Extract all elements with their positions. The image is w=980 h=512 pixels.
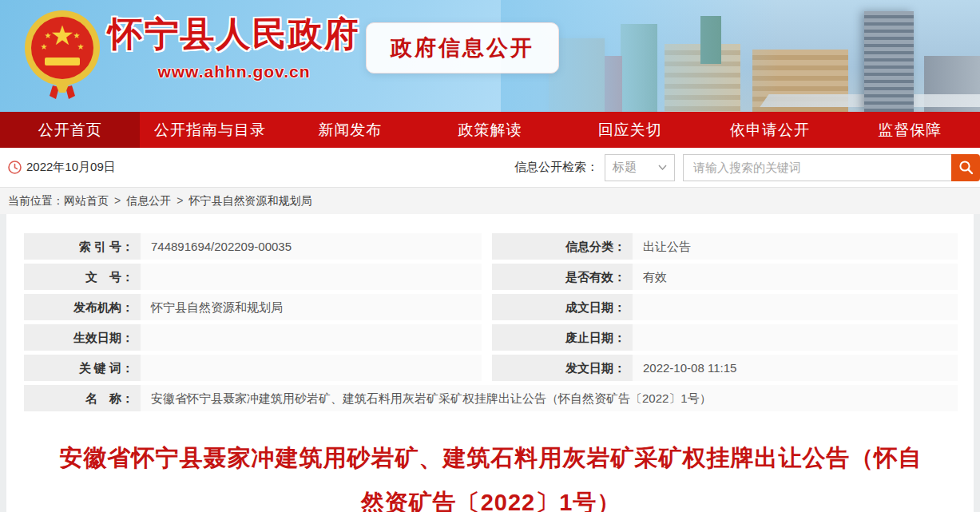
breadcrumb-prefix: 当前位置： <box>8 194 64 207</box>
chevron-down-icon <box>658 165 667 170</box>
meta-value-title: 安徽省怀宁县聂家冲建筑用砂岩矿、建筑石料用灰岩矿采矿权挂牌出让公告（怀自然资矿告… <box>141 385 958 411</box>
meta-label-title: 名 称： <box>24 385 141 411</box>
clock-icon <box>8 161 22 174</box>
breadcrumb: 当前位置：网站首页>信息公开>怀宁县自然资源和规划局 <box>0 188 980 214</box>
meta-label-info-category: 信息分类： <box>492 233 633 260</box>
meta-label-written-date: 成文日期： <box>492 294 633 320</box>
meta-value-effective-date <box>141 324 482 351</box>
meta-value-issue-date: 2022-10-08 11:15 <box>633 355 958 381</box>
national-emblem-icon: ★ ★ ★ ★ ★ <box>22 8 102 102</box>
meta-label-index-number: 索 引 号： <box>24 233 141 260</box>
site-name: 怀宁县人民政府 <box>102 11 366 58</box>
search-icon <box>958 160 974 175</box>
table-row: 生效日期： 废止日期： <box>24 324 958 351</box>
main-nav: 公开首页 公开指南与目录 新闻发布 政策解读 回应关切 依申请公开 监督保障 <box>0 112 980 148</box>
meta-label-issue-date: 发文日期： <box>492 355 633 381</box>
breadcrumb-separator: > <box>114 194 121 207</box>
search-area: 信息公开检索： 标题 <box>514 154 980 181</box>
breadcrumb-info-disclosure[interactable]: 信息公开 <box>126 194 171 207</box>
meta-label-publisher: 发布机构： <box>24 294 141 320</box>
meta-label-validity: 是否有效： <box>492 264 633 290</box>
svg-text:★: ★ <box>50 20 74 50</box>
meta-label-effective-date: 生效日期： <box>24 324 141 351</box>
breadcrumb-separator: > <box>177 194 183 207</box>
meta-label-keywords: 关 键 词： <box>24 355 141 381</box>
gov-info-disclosure-button[interactable]: 政府信息公开 <box>366 22 559 73</box>
table-row: 文 号： 是否有效： 有效 <box>24 264 958 290</box>
nav-item-open-home[interactable]: 公开首页 <box>0 112 140 148</box>
meta-value-index-number: 744891694/202209-00035 <box>141 233 482 260</box>
document-meta-table: 索 引 号： 744891694/202209-00035 信息分类： 出让公告… <box>24 233 958 411</box>
toolbar: 2022年10月09日 信息公开检索： 标题 <box>0 148 980 188</box>
table-row: 发布机构： 怀宁县自然资源和规划局 成文日期： <box>24 294 958 320</box>
page-title: 安徽省怀宁县聂家冲建筑用砂岩矿、建筑石料用灰岩矿采矿权挂牌出让公告（怀自然资矿告… <box>58 435 924 512</box>
meta-value-validity: 有效 <box>633 264 958 290</box>
table-row: 索 引 号： 744891694/202209-00035 信息分类： 出让公告 <box>24 233 958 260</box>
search-label: 信息公开检索： <box>514 160 598 175</box>
search-input[interactable] <box>683 154 951 181</box>
nav-item-policy-interpretation[interactable]: 政策解读 <box>420 112 560 148</box>
search-category-value: 标题 <box>613 160 637 175</box>
meta-value-keywords <box>141 355 482 381</box>
meta-value-doc-number <box>141 264 482 290</box>
site-url: www.ahhn.gov.cn <box>102 62 366 81</box>
svg-text:★: ★ <box>73 31 81 40</box>
site-banner: ★ ★ ★ ★ ★ 怀宁县人民政府 www.ahhn.gov.cn 政府信息公开 <box>0 0 980 112</box>
city-skyline-image <box>501 0 980 112</box>
content-area: 索 引 号： 744891694/202209-00035 信息分类： 出让公告… <box>6 214 974 512</box>
search-category-select[interactable]: 标题 <box>605 154 675 181</box>
meta-value-publisher: 怀宁县自然资源和规划局 <box>141 294 482 320</box>
table-row: 关 键 词： 发文日期： 2022-10-08 11:15 <box>24 355 958 381</box>
site-title-link[interactable]: 怀宁县人民政府 www.ahhn.gov.cn <box>102 11 366 81</box>
meta-label-repeal-date: 废止日期： <box>492 324 633 351</box>
svg-text:★: ★ <box>45 31 52 40</box>
table-row: 名 称： 安徽省怀宁县聂家冲建筑用砂岩矿、建筑石料用灰岩矿采矿权挂牌出让公告（怀… <box>24 385 958 411</box>
date-text: 2022年10月09日 <box>26 160 116 175</box>
breadcrumb-home[interactable]: 网站首页 <box>64 194 109 207</box>
search-button[interactable] <box>951 154 980 181</box>
breadcrumb-bureau[interactable]: 怀宁县自然资源和规划局 <box>188 194 311 207</box>
nav-item-news-release[interactable]: 新闻发布 <box>280 112 420 148</box>
nav-item-supervision-guarantee[interactable]: 监督保障 <box>840 112 980 148</box>
meta-value-written-date <box>633 294 958 320</box>
meta-value-repeal-date <box>633 324 958 351</box>
current-date: 2022年10月09日 <box>8 160 116 175</box>
svg-text:★: ★ <box>41 42 48 51</box>
meta-value-info-category: 出让公告 <box>633 233 958 260</box>
svg-text:★: ★ <box>77 42 85 51</box>
nav-item-guide-directory[interactable]: 公开指南与目录 <box>140 112 280 148</box>
nav-item-respond-concerns[interactable]: 回应关切 <box>560 112 700 148</box>
meta-label-doc-number: 文 号： <box>24 264 141 290</box>
nav-item-disclosure-upon-request[interactable]: 依申请公开 <box>700 112 839 148</box>
